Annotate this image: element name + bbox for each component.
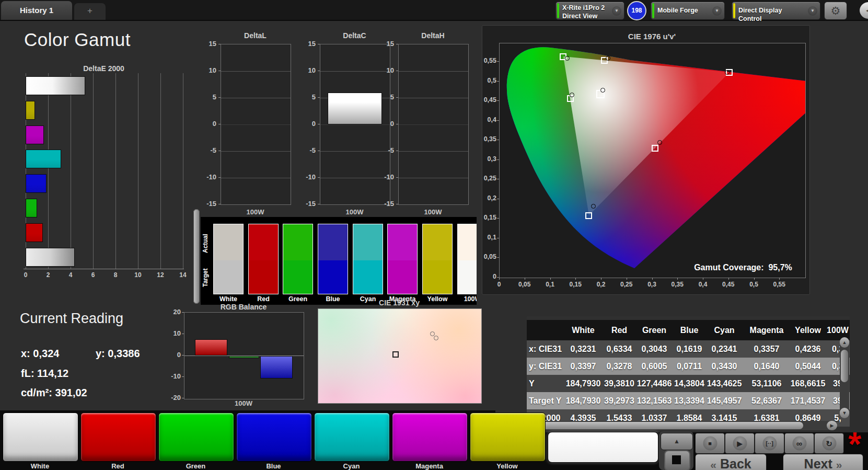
back-button[interactable]: « Back [695, 454, 767, 470]
column-header-blank [527, 320, 563, 340]
y-tick-label: -10 [300, 173, 316, 181]
actual-swatch-magenta [387, 224, 418, 261]
settings-button[interactable]: ⚙ [824, 2, 847, 20]
cie-x-tick: 0,4 [695, 281, 711, 288]
range-button[interactable]: [··] [755, 433, 784, 454]
gridline [221, 151, 291, 152]
cie1931-measured [430, 331, 435, 336]
meter-status-stripe [557, 3, 559, 18]
cie1976-diagram [499, 43, 806, 278]
square-icon [672, 455, 681, 464]
gridline [183, 73, 183, 269]
pattern-source-dropdown[interactable]: Mobile Forge ▼ [651, 2, 725, 20]
target-swatch-100w [457, 260, 477, 294]
pattern-window-button[interactable] [664, 450, 690, 470]
row-label: Y [529, 375, 563, 392]
y-tick-label: 15 [378, 40, 394, 48]
scroll-right-icon[interactable]: ▶ [827, 421, 837, 430]
meter-count-badge[interactable]: 198 [627, 1, 646, 20]
tick-mark [703, 278, 703, 280]
pattern-button-yellow[interactable] [470, 412, 546, 462]
cell: 168,6615 [790, 375, 826, 392]
pattern-up-button[interactable]: ▲ [661, 433, 693, 450]
cell: 0,0711 [673, 358, 705, 375]
display-control-dropdown[interactable]: Direct Display Control ▼ [732, 2, 820, 20]
y-tick-label: 10 [300, 66, 316, 74]
cie-x-tick: 0,3 [644, 281, 661, 288]
reading-fl: fL: 114,12 [21, 368, 68, 380]
row-label: y: CIE31 [529, 358, 563, 375]
pattern-button-cyan[interactable] [314, 412, 390, 462]
deltaL-xlabel: 100W [221, 208, 290, 216]
swatch-panel-scrollbar[interactable] [193, 209, 200, 304]
swatch-column-white: White [213, 217, 244, 305]
refresh-button[interactable]: ↻ [814, 433, 844, 454]
pattern-button-white[interactable] [3, 412, 78, 462]
add-tab-button[interactable]: + [74, 3, 106, 20]
measurement-table: WhiteRedGreenBlueCyanMagentaYellow100Wx:… [527, 316, 850, 430]
tick-mark [396, 124, 398, 124]
tick-mark [218, 177, 221, 178]
next-button[interactable]: Next » [783, 454, 863, 470]
table-vertical-scrollbar[interactable]: ▲ ▼ [840, 337, 849, 418]
swatch-label: Green [279, 295, 317, 303]
y-tick-label: -5 [300, 146, 316, 154]
tab-history-1[interactable]: History 1 [1, 1, 72, 20]
display-status-stripe [733, 3, 735, 18]
continuous-button[interactable]: ∞ [784, 433, 814, 454]
tick-mark [627, 278, 627, 280]
y-tick-label: 5 [378, 93, 394, 101]
cie1976-title: CIE 1976 u'v' [499, 32, 805, 41]
tick-mark [182, 355, 184, 356]
gridline [221, 71, 291, 72]
table-horizontal-scrollbar[interactable]: ◀ ▶ [495, 421, 837, 430]
meter-dropdown[interactable]: X-Rite i1Pro 2 Direct View ▼ [555, 2, 624, 20]
tick-mark [396, 177, 398, 178]
tick-mark [497, 257, 499, 258]
pattern-button-blue[interactable] [236, 412, 312, 462]
tick-mark [497, 159, 499, 160]
pattern-button-100w[interactable] [548, 432, 658, 463]
table-row-y-cie31: y: CIE310,33970,32780,60050,07110,34300,… [527, 358, 850, 375]
stop-button[interactable]: ■ [695, 433, 725, 454]
play-icon: ▶ [733, 437, 747, 451]
cie-x-tick: 0,45 [720, 281, 737, 288]
deltae-bar-red [26, 223, 43, 242]
tick-mark [396, 97, 398, 98]
pattern-button-red[interactable] [80, 412, 156, 462]
pattern-label-green: Green [158, 462, 233, 470]
pattern-button-green[interactable] [158, 412, 234, 462]
y-tick-label: 0 [378, 120, 394, 128]
x-tick-label: 0 [19, 271, 32, 279]
deltaC-bar [328, 93, 382, 124]
tick-mark [318, 151, 320, 151]
y-tick-label: -5 [201, 146, 216, 154]
rgb-balance-chart [184, 312, 304, 399]
chevrons-left-icon: « [710, 458, 716, 470]
tick-mark [754, 278, 755, 280]
y-tick-label: -15 [300, 200, 316, 208]
deltaC-xlabel: 100W [320, 208, 389, 216]
x-tick-label: 2 [42, 271, 54, 279]
x-tick-label: 10 [132, 271, 144, 279]
actual-swatch-cyan [353, 224, 383, 261]
vertical-scroll-thumb[interactable] [841, 350, 848, 382]
horizontal-scroll-thumb[interactable] [507, 422, 803, 429]
scroll-up-icon[interactable]: ▲ [840, 337, 849, 348]
cie-y-tick: 0,15 [480, 214, 496, 221]
pattern-label-white: White [3, 462, 77, 470]
tick-mark [497, 100, 499, 101]
actual-swatch-white [213, 224, 244, 261]
deltaL-chart [221, 44, 291, 205]
scroll-down-icon[interactable]: ▼ [840, 408, 849, 418]
gridline [160, 73, 161, 269]
x-axis [24, 269, 184, 269]
pattern-button-magenta[interactable] [392, 412, 468, 462]
deltae-bar-blue [26, 174, 47, 193]
rgb-balance-xlabel: 100W [184, 399, 303, 407]
play-button[interactable]: ▶ [725, 433, 755, 454]
gridline [138, 73, 138, 269]
tick-mark [779, 278, 780, 280]
refresh-icon: ↻ [822, 437, 836, 451]
cie1931-measured2 [434, 336, 438, 340]
